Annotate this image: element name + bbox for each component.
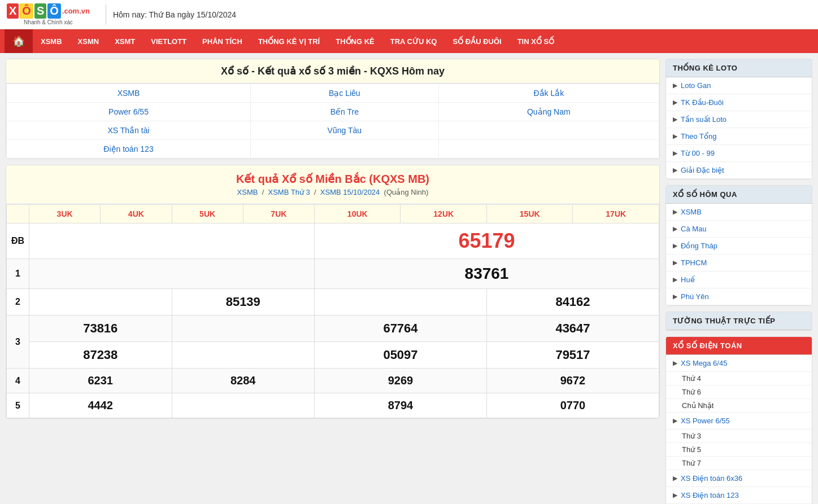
- link-baclieu[interactable]: Bạc Liêu: [329, 89, 360, 98]
- mb-breadcrumb: XSMB / XSMB Thứ 3 / XSMB 15/10/2024 (Quả…: [13, 188, 652, 196]
- sidebar-item-tansuatloto[interactable]: ▶ Tần suất Loto: [666, 111, 812, 128]
- breadcrumb-date[interactable]: XSMB 15/10/2024: [320, 188, 380, 196]
- nav-xsmt[interactable]: XSMT: [107, 30, 143, 52]
- arrow-icon: ▶: [673, 166, 677, 174]
- table-row: 3 73816 67764 43647: [7, 315, 659, 342]
- sidebar-item-xsmb-hq[interactable]: ▶ XSMB: [666, 204, 812, 221]
- link-vungtau[interactable]: Vũng Tàu: [328, 126, 362, 135]
- col-label: [7, 205, 29, 223]
- nav-vietlott[interactable]: VIETLOTT: [143, 30, 194, 52]
- prize-header-row: 3UK 4UK 5UK 7UK 10UK 12UK 15UK 17UK: [7, 205, 659, 223]
- link-power655[interactable]: Power 6/55: [108, 107, 149, 116]
- arrow-icon: ▶: [673, 492, 677, 499]
- sidebar-loto-title: THỐNG KÊ LOTO: [666, 59, 812, 77]
- nav-xsmb[interactable]: XSMB: [33, 30, 70, 52]
- prize-4-label: 4: [7, 369, 29, 393]
- top-bar: X Ô S Ô .com.vn Nhanh & Chính xác Hôm na…: [0, 0, 818, 29]
- table-row: 87238 05097 79517: [7, 342, 659, 369]
- sidebar-dientoan: XỔ SỐ ĐIỆN TOÁN ▶ XS Mega 6/45 Thứ 4 Thứ…: [665, 336, 812, 504]
- nav-thongkevitri[interactable]: THỐNG KÊ VỊ TRÍ: [250, 30, 328, 52]
- prize-db-empty: [29, 223, 315, 259]
- sidebar-hq-item-2: Đồng Tháp: [681, 242, 717, 250]
- sidebar-item-lotogan[interactable]: ▶ Loto Gan: [666, 77, 812, 94]
- nav-sodauduoi[interactable]: SỐ ĐẦU ĐUÔI: [445, 30, 509, 52]
- sidebar-loto-item-5: Giải Đặc biệt: [681, 166, 724, 174]
- sidebar-sub-thu4[interactable]: Thứ 4: [666, 372, 812, 385]
- sidebar-homqua-title: XỔ SỐ HÔM QUA: [666, 186, 812, 204]
- sidebar-hq-item-4: Huế: [681, 275, 695, 284]
- logo-domain: .com.vn: [62, 7, 90, 15]
- sidebar-sub-thu7[interactable]: Thứ 7: [666, 457, 812, 470]
- table-row: XSMB Bạc Liêu Đắk Lắk: [7, 84, 659, 103]
- prize-4-num4: 9672: [486, 369, 659, 393]
- prize-4-num3: 9269: [315, 369, 487, 393]
- link-cell[interactable]: Power 6/55: [7, 103, 251, 121]
- link-cell[interactable]: Bạc Liêu: [251, 84, 439, 103]
- prize-5-empty: [172, 393, 315, 418]
- arrow-icon: ▶: [673, 475, 677, 482]
- nav-tinxoso[interactable]: TIN XỔ SỐ: [510, 30, 563, 52]
- nav-xsmn[interactable]: XSMN: [70, 30, 107, 52]
- table-row: ĐB 65179: [7, 223, 659, 259]
- col-17uk: 17UK: [573, 205, 659, 223]
- breadcrumb-thu3[interactable]: XSMB Thứ 3: [268, 188, 310, 196]
- arrow-icon: ▶: [673, 276, 677, 283]
- link-cell[interactable]: Đắk Lắk: [438, 84, 659, 103]
- prize-4-num1: 6231: [29, 369, 172, 393]
- prize-3-num4: 43647: [486, 315, 659, 342]
- sidebar-sub-thu3[interactable]: Thứ 3: [666, 430, 812, 443]
- link-cell[interactable]: XS Thần tài: [7, 121, 251, 140]
- link-quangnam[interactable]: Quảng Nam: [527, 107, 571, 116]
- sidebar-item-mega645[interactable]: ▶ XS Mega 6/45: [666, 355, 812, 372]
- prize-3-num5: 87238: [29, 342, 172, 369]
- logo-x: X: [7, 3, 19, 19]
- link-cell[interactable]: Điện toán 123: [7, 140, 251, 159]
- sidebar-item-tu0099[interactable]: ▶ Từ 00 - 99: [666, 145, 812, 162]
- logo: X Ô S Ô .com.vn Nhanh & Chính xác: [7, 3, 90, 25]
- sidebar-item-dt123[interactable]: ▶ XS Điện toán 123: [666, 487, 812, 504]
- home-button[interactable]: 🏠: [5, 29, 33, 53]
- link-thantai[interactable]: XS Thần tài: [107, 126, 149, 135]
- logo-s: S: [34, 3, 46, 19]
- sidebar-item-power655[interactable]: ▶ XS Power 6/55: [666, 413, 812, 430]
- prize-3-num1: 73816: [29, 315, 172, 342]
- link-cell[interactable]: Bến Tre: [251, 103, 439, 121]
- sidebar-item-tkdauduoi[interactable]: ▶ TK Đầu-Đuôi: [666, 94, 812, 111]
- prize-5-label: 5: [7, 393, 29, 418]
- sidebar-dientoan-title: XỔ SỐ ĐIỆN TOÁN: [666, 337, 812, 355]
- sidebar-item-tphcm[interactable]: ▶ TPHCM: [666, 255, 812, 271]
- link-cell[interactable]: Quảng Nam: [438, 103, 659, 121]
- sidebar-sub-thu5[interactable]: Thứ 5: [666, 443, 812, 457]
- breadcrumb-xsmb[interactable]: XSMB: [237, 188, 258, 196]
- sidebar-sub-chunhat[interactable]: Chủ Nhật: [666, 399, 812, 413]
- arrow-icon: ▶: [673, 360, 677, 367]
- sidebar-dt-header-0: XS Mega 6/45: [681, 359, 727, 367]
- sidebar-sub-thu6[interactable]: Thứ 6: [666, 385, 812, 399]
- sidebar-loto-item-4: Từ 00 - 99: [681, 149, 715, 157]
- sidebar-item-giaidad[interactable]: ▶ Giải Đặc biệt: [666, 162, 812, 179]
- link-cell[interactable]: Vũng Tàu: [251, 121, 439, 140]
- col-10uk: 10UK: [315, 205, 401, 223]
- sidebar-item-camau[interactable]: ▶ Cà Mau: [666, 221, 812, 238]
- sidebar-item-6x36[interactable]: ▶ XS Điện toán 6x36: [666, 470, 812, 487]
- nav-thongke[interactable]: THỐNG KÊ: [328, 30, 382, 52]
- link-bentre[interactable]: Bến Tre: [330, 107, 359, 116]
- link-cell[interactable]: XSMB: [7, 84, 251, 103]
- link-daklak[interactable]: Đắk Lắk: [533, 89, 564, 98]
- sidebar-loto-item-3: Theo Tổng: [681, 132, 716, 141]
- prize-2-empty2: [315, 289, 487, 315]
- sidebar-item-theotong[interactable]: ▶ Theo Tổng: [666, 128, 812, 145]
- date-label: Hôm nay: Thứ Ba ngày 15/10/2024: [113, 10, 236, 19]
- sidebar-loto: THỐNG KÊ LOTO ▶ Loto Gan ▶ TK Đầu-Đuôi ▶…: [665, 59, 812, 179]
- hero-links-table: XSMB Bạc Liêu Đắk Lắk Power 6/55 Bến Tre…: [6, 84, 659, 159]
- sidebar-item-hue[interactable]: ▶ Huế: [666, 271, 812, 288]
- col-12uk: 12UK: [401, 205, 486, 223]
- link-xsmb[interactable]: XSMB: [118, 89, 140, 98]
- nav-phantich[interactable]: PHÂN TÍCH: [194, 30, 250, 52]
- nav-tracuukq[interactable]: TRA CỨU KQ: [382, 30, 445, 52]
- sidebar-item-dongthap[interactable]: ▶ Đồng Tháp: [666, 238, 812, 255]
- prize-table: 3UK 4UK 5UK 7UK 10UK 12UK 15UK 17UK ĐB: [6, 204, 659, 418]
- prize-3-num3: 67764: [315, 315, 487, 342]
- sidebar-item-phuyen[interactable]: ▶ Phú Yên: [666, 288, 812, 305]
- link-dientoan123[interactable]: Điện toán 123: [103, 144, 153, 154]
